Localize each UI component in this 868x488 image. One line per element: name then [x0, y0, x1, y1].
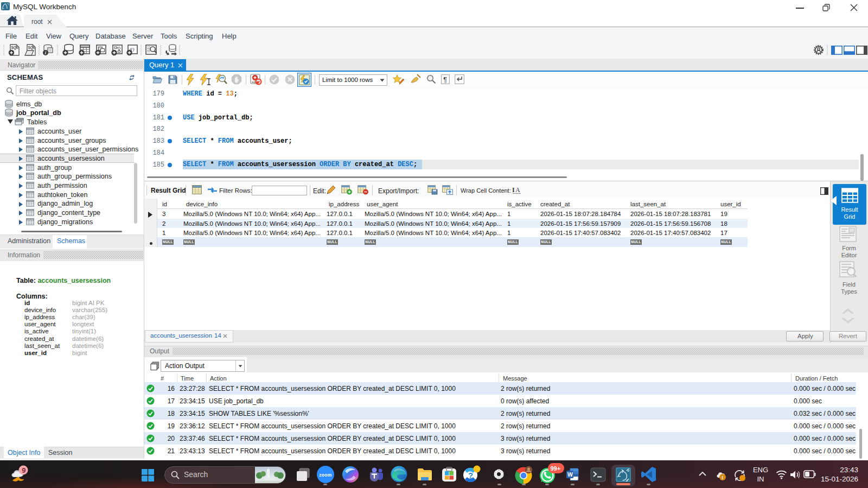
- svg-text:A: A: [515, 186, 520, 194]
- svg-text:SQL: SQL: [28, 46, 35, 50]
- svg-text:?: ?: [468, 471, 473, 480]
- svg-text:W: W: [567, 471, 573, 478]
- svg-text:I: I: [512, 186, 515, 194]
- svg-text:¶: ¶: [443, 75, 447, 84]
- svg-text:SQL: SQL: [11, 46, 18, 50]
- svg-text:9: 9: [22, 466, 25, 474]
- svg-text:99+: 99+: [551, 465, 561, 472]
- svg-text:!: !: [722, 475, 723, 480]
